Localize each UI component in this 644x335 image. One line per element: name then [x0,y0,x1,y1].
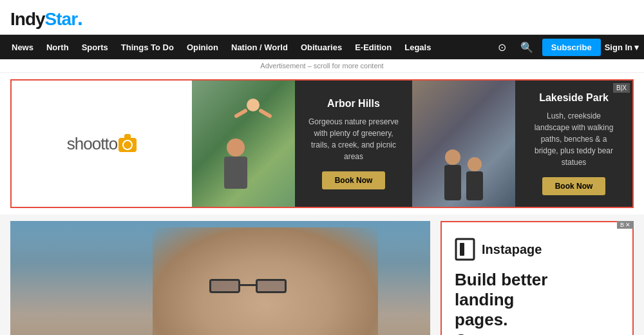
logo-text-star: Star [45,9,77,29]
main-ad-close-button[interactable]: B|X [613,83,630,93]
arbor-hills-description: Gorgeous nature preserve with plenty of … [308,116,399,162]
child-head [247,99,260,111]
logo-text-indy: Indy [10,9,45,29]
face-person [153,227,378,335]
ad-notice: Advertisement – scroll for more content [0,59,644,73]
logo-dot: . [77,6,82,30]
instapage-tagline: Build better landing pages. Convert more… [455,270,620,335]
child-figure [234,99,272,117]
couple-silhouettes [444,149,483,200]
nav-link-news[interactable]: News [5,35,40,59]
main-ad-banner: B|X shootto [10,79,634,208]
child-arms [234,111,272,117]
search-button[interactable]: 🔍 [515,39,538,56]
lakeside-park-photo [412,81,515,207]
more-icon: ⊙ [498,41,506,53]
nav-link-opinion[interactable]: Opinion [180,35,225,59]
glasses [209,279,287,297]
lakeside-park-description: Lush, creekside landscape with walking p… [528,110,620,168]
tagline-line2: landing [455,290,514,309]
nav-item-north[interactable]: North [40,35,75,59]
glasses-left-frame [209,279,240,293]
tagline-line3: pages. [455,310,507,329]
father-child-silhouette [218,99,269,189]
nav-item-sports[interactable]: Sports [75,35,115,59]
nav-link-north[interactable]: North [40,35,75,59]
instapage-icon [455,238,475,261]
ad-indicator: B [620,222,624,228]
nav-item-opinion[interactable]: Opinion [180,35,225,59]
tagline-line1: Build better [455,270,547,289]
main-ad-container: B|X shootto [0,73,644,215]
person-short [466,157,483,200]
tagline-line4: Convert more. [455,330,568,335]
dad-body [224,157,247,189]
glasses-bridge [240,284,256,286]
instapage-header: Instapage [455,238,620,261]
nav-link-legals[interactable]: Legals [398,35,437,59]
content-area: B ✕ Instapage Build better landing pages… [0,215,644,335]
dad-figure [224,139,247,189]
nav-item-e-edition[interactable]: E-Edition [348,35,398,59]
close-x-icon: ✕ [625,222,630,228]
search-icon: 🔍 [520,41,533,53]
lakeside-park-section: Lakeside Park Lush, creekside landscape … [515,81,632,207]
short-person-head [468,157,482,171]
nav-item-legals[interactable]: Legals [398,35,437,59]
signin-label: Sign In [605,43,632,52]
story-image [10,221,430,335]
shootto-text: shootto [67,134,117,153]
side-ad-close-button[interactable]: B ✕ [617,221,634,229]
arbor-hills-section: Arbor Hills Gorgeous nature preserve wit… [295,81,412,207]
lakeside-park-title: Lakeside Park [539,92,609,104]
nav-link-e-edition[interactable]: E-Edition [348,35,398,59]
nav-item-nation-world[interactable]: Nation / World [225,35,294,59]
nav-link-nation-world[interactable]: Nation / World [225,35,294,59]
main-nav: News North Sports Things To Do Opinion N… [0,35,644,59]
ad-middle-photo [192,81,295,207]
site-header: IndyStar. [0,0,644,35]
side-ad-wrapper: B ✕ Instapage Build better landing pages… [440,221,634,335]
site-logo[interactable]: IndyStar. [10,6,634,30]
nav-items: News North Sports Things To Do Opinion N… [5,35,493,59]
chevron-down-icon: ▾ [634,43,639,52]
nav-item-news[interactable]: News [5,35,40,59]
svg-rect-0 [456,239,474,260]
lakeside-park-book-now-button[interactable]: Book Now [542,177,606,195]
camera-icon [118,138,137,152]
instapage-brand-name: Instapage [482,242,542,257]
ad-right-photo [412,81,515,207]
nav-link-things-to-do[interactable]: Things To Do [115,35,180,59]
side-ad: Instapage Build better landing pages. Co… [440,221,634,335]
more-sections-button[interactable]: ⊙ [493,39,511,56]
dad-head [227,139,245,157]
nav-link-sports[interactable]: Sports [75,35,115,59]
nav-item-things-to-do[interactable]: Things To Do [115,35,180,59]
nav-link-obituaries[interactable]: Obituaries [294,35,348,59]
subscribe-button[interactable]: Subscribe [542,39,601,56]
short-person-body [466,171,483,200]
person-tall [444,149,461,200]
svg-rect-1 [460,243,464,256]
glasses-right-frame [256,279,287,293]
arbor-hills-title: Arbor Hills [327,98,380,110]
shootto-logo: shootto [67,134,137,154]
main-story[interactable] [10,221,430,335]
nav-item-obituaries[interactable]: Obituaries [294,35,348,59]
instapage-logo-svg [455,238,475,261]
tall-person-body [444,165,461,200]
ad-left-section: shootto [12,81,192,207]
nav-right: ⊙ 🔍 Subscribe Sign In ▾ [493,39,639,56]
tall-person-head [445,149,460,165]
arbor-hills-photo [192,81,295,207]
signin-button[interactable]: Sign In ▾ [605,43,639,52]
arbor-hills-book-now-button[interactable]: Book Now [322,171,386,189]
